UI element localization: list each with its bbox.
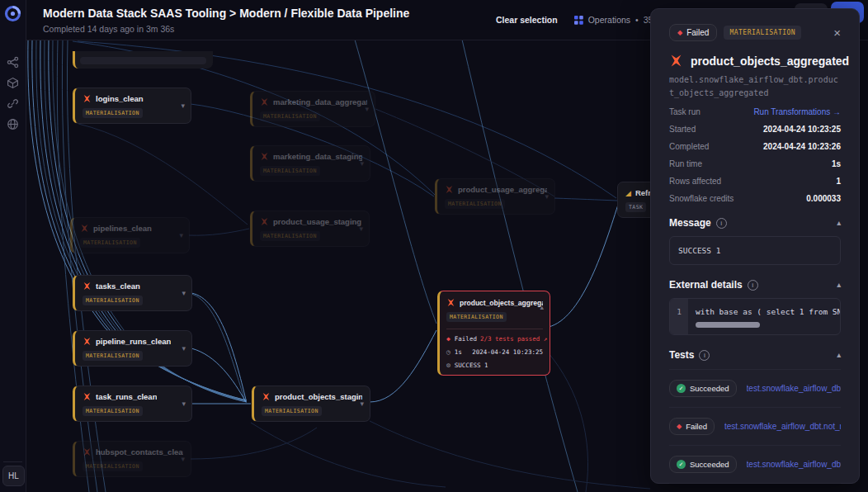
dbt-icon <box>83 94 92 103</box>
node-marketing-data-staging[interactable]: marketing_data_staging ▾ MATERIALISATION <box>250 145 370 182</box>
test-link[interactable]: test.snowflake_airflow_dbt.unique_pro <box>747 384 841 393</box>
node-type-badge: TASK <box>625 202 646 212</box>
node-type-badge: MATERIALISATION <box>260 111 320 121</box>
node-marketing-data-aggregated[interactable]: marketing_data_aggregated ▾ MATERIALISAT… <box>250 91 375 127</box>
message-section: Message i ▴ SUCCESS 1 <box>669 217 841 265</box>
external-details-section: External details i ▴ 1 with base as ( se… <box>669 279 841 335</box>
message-content: SUCCESS 1 <box>669 236 841 265</box>
run-status-subtitle: Completed 14 days ago in 3m 36s <box>43 24 174 34</box>
node-type-badge: MATERIALISATION <box>262 406 322 416</box>
node-pipeline-runs-clean[interactable]: pipeline_runs_clean ▾ MATERIALISATION <box>73 330 192 367</box>
clear-selection-button[interactable]: Clear selection <box>496 15 558 25</box>
node-tasks-clean[interactable]: tasks_clean ▾ MATERIALISATION <box>73 275 192 311</box>
app-sidebar: HL <box>0 0 26 492</box>
node-logins-clean[interactable]: logins_clean ▾ MATERIALISATION <box>73 88 191 124</box>
app-logo[interactable] <box>3 4 22 26</box>
field-label: Completed <box>669 142 709 151</box>
test-link[interactable]: test.snowflake_airflow_dbt.not_null_pr <box>724 422 841 431</box>
materialisation-badge: MATERIALISATION <box>724 26 801 40</box>
failed-diamond-icon: ◆ <box>677 423 682 430</box>
chevron-down-icon[interactable]: ▾ <box>365 105 369 113</box>
field-value: 2024-04-24 10:23:26 <box>763 142 841 151</box>
status-badge-label: Failed <box>686 28 709 37</box>
node-pipelines-clean[interactable]: pipelines_clean ▾ MATERIALISATION <box>70 217 190 253</box>
dbt-icon <box>83 281 92 291</box>
node-product-usage-aggregated[interactable]: product_usage_aggregated ▾ MATERIALISATI… <box>435 178 555 215</box>
chevron-down-icon[interactable]: ▾ <box>359 225 363 233</box>
node-product-objects-staging[interactable]: product_objects_staging ▾ MATERIALISATIO… <box>252 386 370 422</box>
node-type-badge: MATERIALISATION <box>445 199 505 209</box>
close-icon[interactable]: × <box>833 26 841 39</box>
grid-icon <box>574 16 583 25</box>
line-number: 1 <box>670 299 688 334</box>
node-label: marketing_data_aggregated <box>273 97 367 106</box>
collapse-icon[interactable]: ▴ <box>837 281 841 289</box>
message-heading: Message <box>669 217 711 229</box>
node-label: marketing_data_staging <box>273 152 362 161</box>
node-product-usage-staging[interactable]: product_usage_staging ▾ MATERIALISATION <box>250 211 370 247</box>
chevron-down-icon[interactable]: ▾ <box>179 231 183 239</box>
dbt-icon <box>445 185 454 194</box>
check-circle-icon: ✓ <box>677 460 686 469</box>
tests-section: Tests i ▴ ✓ Succeeded test.snowflake_air… <box>669 349 841 484</box>
failed-diamond-icon: ◆ <box>677 30 682 36</box>
node-task-runs-clean[interactable]: task_runs_clean ▾ MATERIALISATION <box>73 386 192 422</box>
tests-summary-link[interactable]: 2/3 tests passed ↗ <box>480 335 547 343</box>
test-row: ✓ Succeeded test.snowflake_airflow_dbt.n… <box>669 445 841 484</box>
node-status: Failed <box>455 335 477 343</box>
operations-label: Operations <box>588 15 630 25</box>
node-label: pipeline_runs_clean <box>96 337 171 346</box>
chevron-down-icon[interactable]: ▾ <box>182 344 186 352</box>
link-icon[interactable] <box>7 97 19 110</box>
field-label: Snowflake credits <box>669 194 734 203</box>
chevron-down-icon[interactable]: ▾ <box>182 400 186 408</box>
operations-count-chip[interactable]: Operations • 35 <box>574 15 653 25</box>
info-icon[interactable]: i <box>748 280 758 291</box>
node-label: pipelines_clean <box>93 224 152 233</box>
node-message: SUCCESS 1 <box>455 362 488 369</box>
node-type-badge: MATERIALISATION <box>260 231 320 241</box>
dbt-icon <box>262 392 271 401</box>
node-hubspot-contacts-clean[interactable]: hubspot_contacts_clean ▾ MATERIALISATION <box>73 441 191 477</box>
dbt-icon <box>80 224 89 233</box>
chevron-down-icon[interactable]: ▾ <box>181 102 185 110</box>
panel-title: product_objects_aggregated <box>691 54 849 68</box>
dbt-icon <box>669 54 683 68</box>
horizontal-scrollbar[interactable] <box>696 322 760 328</box>
node-runtime: 1s <box>455 348 462 356</box>
dbt-icon <box>446 298 455 307</box>
user-avatar[interactable]: HL <box>2 466 25 486</box>
task-run-link[interactable]: Run Transformations → <box>753 107 841 116</box>
node-partial-badge <box>80 57 206 64</box>
field-value: 2024-04-24 10:23:25 <box>763 125 841 134</box>
chevron-down-icon[interactable]: ▾ <box>182 289 186 297</box>
node-label: product_usage_staging <box>273 217 361 226</box>
lineage-graph-icon[interactable] <box>7 56 19 69</box>
dbt-icon <box>83 337 92 346</box>
node-type-badge: MATERIALISATION <box>83 351 143 361</box>
field-value: 1s <box>832 159 841 168</box>
globe-icon[interactable] <box>7 118 19 130</box>
node-label: task_runs_clean <box>96 392 157 401</box>
sidebar-divider <box>3 461 22 462</box>
info-icon[interactable]: i <box>716 218 727 229</box>
chevron-up-icon[interactable]: ▴ <box>540 303 544 311</box>
node-product-objects-aggregated-selected[interactable]: product_objects_aggregated ▴ MATERIALISA… <box>437 291 550 376</box>
gear-icon: ⚙ <box>446 362 451 369</box>
chevron-down-icon[interactable]: ▾ <box>545 192 549 201</box>
collapse-icon[interactable]: ▴ <box>837 351 841 359</box>
test-row: ✓ Succeeded test.snowflake_airflow_dbt.u… <box>669 369 841 407</box>
node-type-badge: MATERIALISATION <box>83 406 143 416</box>
chevron-down-icon[interactable]: ▾ <box>181 455 185 463</box>
cube-icon[interactable] <box>7 77 19 89</box>
chevron-down-icon[interactable]: ▾ <box>360 159 364 168</box>
info-icon[interactable]: i <box>699 350 710 361</box>
test-link[interactable]: test.snowflake_airflow_dbt.not_null_pr <box>747 460 841 469</box>
chevron-down-icon[interactable]: ▾ <box>360 400 364 408</box>
node-partial-top[interactable] <box>73 51 213 69</box>
field-label: Task run <box>669 107 701 116</box>
sql-code: with base as ( select 1 from SNOWFLAKE <box>696 307 840 316</box>
sql-code-block[interactable]: 1 with base as ( select 1 from SNOWFLAKE <box>669 298 841 335</box>
collapse-icon[interactable]: ▴ <box>837 219 841 227</box>
field-value: 1 <box>836 177 841 186</box>
